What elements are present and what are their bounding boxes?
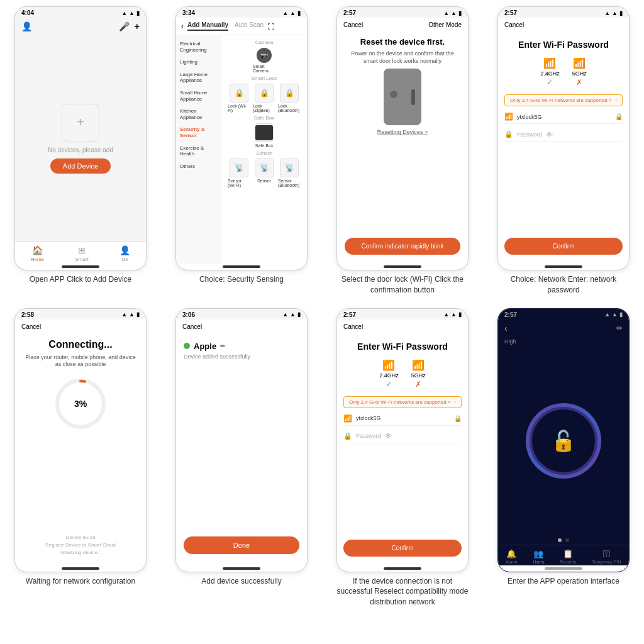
device-grid-lock: 🔒 Lock (Wi-Fi) 🔒 Lock (ZigBee) 🔒 Lock (B…	[224, 84, 304, 113]
device-smart-camera[interactable]: 📷 Smart Camera	[253, 48, 275, 73]
dots-row	[498, 536, 629, 545]
eye-icon-4[interactable]: 👁	[546, 131, 553, 138]
resetting-link[interactable]: Resetting Devices >	[377, 129, 428, 135]
menu-exercise[interactable]: Exercise & Health	[176, 142, 221, 160]
freq-5ghz: 📶 5GHz ✗	[572, 57, 587, 87]
other-mode-btn[interactable]: Other Mode	[428, 21, 462, 28]
confirm-blink-btn[interactable]: Confirm indicator rapidly blink	[345, 238, 460, 255]
tab-auto-scan[interactable]: Auto Scan	[235, 21, 264, 31]
battery-icon-2: ▮	[297, 10, 301, 16]
lock-ring[interactable]: 🔓	[526, 403, 601, 479]
back-icon-8[interactable]: ‹	[504, 323, 508, 333]
password-placeholder: Password	[517, 131, 542, 138]
screen5-header: Cancel	[15, 319, 146, 334]
x-mark-7: ✗	[415, 380, 421, 389]
confirm-wifi-btn-4[interactable]: Confirm	[504, 238, 623, 255]
screen4-body: Cancel Enter Wi-Fi Password 📶 2.4GHz ✓ 📶…	[498, 18, 629, 264]
phone-frame-1: 4:04 ▲ ▲ ▮ 👤 🎤 + + No devices, pl	[14, 6, 147, 270]
nav-me[interactable]: 👤 Me	[119, 245, 130, 262]
nav-smart[interactable]: ⊞ Smart	[75, 245, 89, 262]
cell-screen5: 2:58 ▲ ▲ ▮ Cancel Connecting... Place yo…	[0, 302, 161, 614]
cancel-btn-6[interactable]: Cancel	[182, 323, 202, 330]
warning-bar-4[interactable]: Only 2.4 GHz Wi-Fi networks are supporte…	[504, 94, 623, 106]
phone-frame-2: 3:34 ▲ ▲ ▮ ‹ Add Manually Auto Scan ⛶	[175, 6, 308, 270]
tab-add-manually[interactable]: Add Manually	[187, 21, 228, 31]
device-lock-bt[interactable]: 🔒 Lock (Bluetooth)	[278, 84, 301, 113]
device-grid-sensor: 📡 Sensor (Wi-Fi) 📡 Sensor 📡 Sensor (Blue…	[224, 158, 304, 187]
status-icons-2: ▲ ▲ ▮	[282, 10, 301, 16]
cancel-btn-7[interactable]: Cancel	[343, 323, 363, 330]
password-field[interactable]: 🔒 Password 👁	[504, 128, 623, 142]
eye-icon-7[interactable]: 👁	[385, 432, 392, 440]
mic-icon[interactable]: 🎤	[119, 21, 130, 31]
menu-others[interactable]: Others	[176, 160, 221, 173]
nav-temp-pin[interactable]: ⚿ Temporary PIN	[592, 549, 621, 564]
check-mark-7: ✓	[386, 380, 392, 389]
nav-alarm[interactable]: 🔔 Alarm	[506, 549, 517, 564]
wifi-lock-icon: 🔒	[615, 113, 623, 120]
warning-bar-7[interactable]: Only 2.4 GHz Wi-Fi networks are supporte…	[343, 396, 462, 408]
avatar-icon: 👤	[21, 21, 32, 31]
status-icons-3: ▲ ▲ ▮	[443, 10, 462, 16]
wifi-name-value: ytxlock5G	[517, 114, 611, 120]
password-placeholder-7: Password	[356, 433, 381, 439]
add-device-button[interactable]: Add Device	[50, 158, 111, 174]
phone-frame-3: 2:57 ▲ ▲ ▮ Cancel Other Mode Reset the d…	[336, 6, 469, 270]
menu-kitchen[interactable]: Kitchen Appliance	[176, 105, 221, 123]
confirm-wifi-btn-7[interactable]: Confirm	[343, 540, 462, 557]
add-icon[interactable]: +	[135, 21, 140, 31]
device-sensor[interactable]: 📡 Sensor	[253, 158, 275, 187]
reset-title: Reset the device first.	[360, 37, 445, 47]
footer-line1: Device found	[45, 534, 116, 541]
cancel-btn-5[interactable]: Cancel	[21, 323, 41, 330]
freq-24-label-7: 2.4GHz	[379, 372, 399, 379]
password-field-icon-7: 🔒	[343, 432, 352, 440]
freq-24ghz: 📶 2.4GHz ✓	[540, 57, 560, 87]
menu-lighting[interactable]: Lighting	[176, 56, 221, 69]
users-icon: 👥	[533, 549, 543, 558]
wifi-lock-icon-7: 🔒	[454, 415, 462, 422]
menu-electrical[interactable]: Electrical Engineering	[176, 38, 221, 56]
edit-icon[interactable]: ✏	[220, 343, 225, 350]
done-btn[interactable]: Done	[184, 536, 299, 554]
wifi-freq-row-7: 📶 2.4GHz ✓ 📶 5GHz ✗	[343, 359, 462, 389]
back-icon[interactable]: ‹	[181, 22, 184, 31]
caption-4: Choice: Network Enter: network password	[494, 274, 633, 296]
screen1-topbar: 👤 🎤 +	[15, 18, 146, 35]
device-label-8: High	[498, 337, 629, 346]
chevron-right-icon: ›	[615, 97, 617, 103]
phone-frame-4: 2:57 ▲ ▲ ▮ Cancel Enter Wi-Fi Password 📶	[497, 6, 630, 270]
phone-frame-5: 2:58 ▲ ▲ ▮ Cancel Connecting... Place yo…	[14, 308, 147, 572]
me-icon: 👤	[119, 245, 130, 255]
edit-icon-8[interactable]: ✏	[616, 324, 623, 333]
home-indicator-7	[384, 567, 421, 570]
cancel-btn-3[interactable]: Cancel	[343, 21, 363, 28]
battery-icon-5: ▮	[136, 311, 140, 318]
smart-icon: ⊞	[78, 245, 86, 255]
signal-icon: ▲	[121, 10, 127, 16]
cancel-btn-4[interactable]: Cancel	[504, 21, 524, 28]
password-field-icon: 🔒	[504, 130, 513, 138]
status-bar-2: 3:34 ▲ ▲ ▮	[176, 7, 307, 18]
menu-small-home[interactable]: Small Home Appliance	[176, 87, 221, 105]
lock-keyhole	[390, 91, 397, 98]
wifi-title-4: Enter Wi-Fi Password	[504, 40, 623, 50]
device-sensor-wifi[interactable]: 📡 Sensor (Wi-Fi)	[228, 158, 250, 187]
device-lock-wifi[interactable]: 🔒 Lock (Wi-Fi)	[228, 84, 250, 113]
device-lock-zigbee[interactable]: 🔒 Lock (ZigBee)	[253, 84, 275, 113]
screen2-content: Electrical Engineering Lighting Large Ho…	[176, 35, 307, 264]
fullscreen-icon[interactable]: ⛶	[267, 23, 274, 30]
caption-7: If the device connection is not successf…	[333, 576, 472, 608]
nav-home[interactable]: 🏠 Home	[31, 245, 44, 262]
wifi-field-icon: 📶	[504, 113, 513, 121]
cell-screen3: 2:57 ▲ ▲ ▮ Cancel Other Mode Reset the d…	[322, 0, 483, 302]
menu-large-home[interactable]: Large Home Appliance	[176, 69, 221, 87]
password-field-7[interactable]: 🔒 Password 👁	[343, 430, 462, 443]
screen7-body: Cancel Enter Wi-Fi Password 📶 2.4GHz ✓ 📶…	[337, 319, 468, 565]
time-1: 4:04	[21, 9, 34, 16]
nav-records[interactable]: 📋 Records	[560, 549, 576, 564]
nav-users[interactable]: 👥 Users	[533, 549, 544, 564]
menu-security[interactable]: Security & Sensor	[176, 123, 221, 142]
device-safe-box[interactable]: Safe Box	[253, 123, 275, 148]
device-sensor-bt[interactable]: 📡 Sensor (Bluetooth)	[278, 158, 301, 187]
